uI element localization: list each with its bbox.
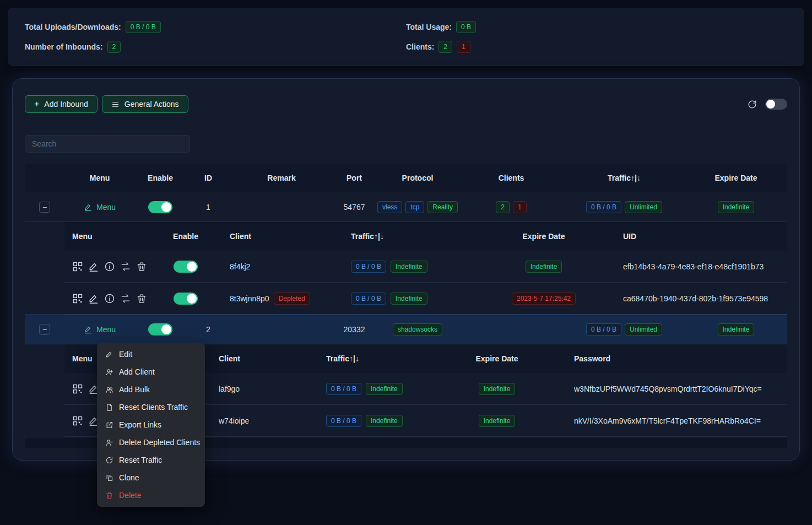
subheader-menu: Menu xyxy=(64,232,158,241)
client-password: w3NfbzUPf5WWd745Q8pvsmQrdrttT2IO6knuI7Di… xyxy=(549,385,787,393)
client-name: 8f4kj2 xyxy=(213,262,329,271)
vless-clients-header: Menu Enable Client Traffic↑|↓ Expire Dat… xyxy=(64,222,787,251)
subheader-client: Client xyxy=(202,354,307,363)
traffic-limit-badge: Unlimited xyxy=(625,323,662,335)
general-actions-button[interactable]: General Actions xyxy=(102,95,188,113)
enable-toggle[interactable] xyxy=(148,201,172,213)
client-password: nkV/I/3XoAm9v6xMT/T5lcrF4TpeTKF98rHARbRo… xyxy=(549,416,787,425)
expire-badge: Indefinite xyxy=(718,323,755,335)
inbound-context-menu: Edit Add Client Add Bulk Reset Clients T… xyxy=(97,343,205,507)
qrcode-icon[interactable] xyxy=(72,415,83,426)
inbound-port: 20332 xyxy=(332,325,376,334)
header-traffic-sort[interactable]: Traffic↑|↓ xyxy=(564,174,685,182)
client-uid: efb14b43-4a79-4e83-ef18-e48cf1901b73 xyxy=(604,262,787,271)
subheader-client: Client xyxy=(213,232,329,241)
protocol-tag: vless xyxy=(377,201,402,213)
users-icon xyxy=(105,386,113,394)
inbounds-table-header: Menu Enable ID Remark Port Protocol Clie… xyxy=(25,164,787,192)
stat-total-usage: Total Usage: 0 B xyxy=(406,21,787,33)
menu-item-reset-clients-traffic[interactable]: Reset Clients Traffic xyxy=(97,398,205,416)
inbound-row-2: − Menu 2 20332 shadowsocks 0 B / 0 B Unl… xyxy=(25,315,787,344)
stat-uploads-label: Total Uploads/Downloads: xyxy=(25,23,121,31)
menu-item-edit[interactable]: Edit xyxy=(97,345,205,363)
clients-depleted-badge: 1 xyxy=(513,201,527,213)
client-traffic-badge: 0 B / 0 B xyxy=(326,383,361,395)
menu-item-add-bulk[interactable]: Add Bulk xyxy=(97,381,205,398)
subheader-uid: UID xyxy=(604,232,787,241)
client-actions xyxy=(64,293,158,304)
enable-toggle[interactable] xyxy=(148,323,172,335)
row-menu-button[interactable]: Menu xyxy=(84,203,116,212)
subheader-traffic-sort[interactable]: Traffic↑|↓ xyxy=(307,354,445,363)
row-menu-button[interactable]: Menu xyxy=(84,325,116,334)
stat-inbounds-value: 2 xyxy=(107,41,121,53)
refresh-icon[interactable] xyxy=(747,99,757,110)
subheader-expire: Expire Date xyxy=(483,232,604,241)
menu-item-reset-traffic[interactable]: Reset Traffic xyxy=(97,451,205,469)
traffic-badge: 0 B / 0 B xyxy=(586,323,621,335)
export-icon xyxy=(105,421,113,429)
menu-item-add-client[interactable]: Add Client xyxy=(97,363,205,381)
header-remark: Remark xyxy=(231,174,332,182)
menu-item-delete[interactable]: Delete xyxy=(97,486,205,504)
collapse-row-button[interactable]: − xyxy=(39,202,50,213)
stat-usage-value: 0 B xyxy=(456,21,476,33)
stat-clients-label: Clients: xyxy=(406,42,434,51)
client-expire-badge: 2023-5-7 17:25:42 xyxy=(512,293,576,305)
depleted-tag: Depleted xyxy=(274,293,310,305)
info-icon[interactable] xyxy=(104,261,115,272)
trash-icon xyxy=(105,491,113,500)
menu-item-delete-depleted-clients[interactable]: Delete Depleted Clients xyxy=(97,434,205,451)
delete-client-icon[interactable] xyxy=(136,293,147,304)
qrcode-icon[interactable] xyxy=(72,261,83,272)
header-expire-date: Expire Date xyxy=(685,174,787,182)
row-menu-label: Menu xyxy=(96,325,116,334)
client-name: 8t3wjnn8p0 xyxy=(230,294,269,303)
edit-client-icon[interactable] xyxy=(88,293,99,304)
toolbar: + Add Inbound General Actions xyxy=(25,95,787,113)
add-inbound-label: Add Inbound xyxy=(44,100,88,109)
header-protocol: Protocol xyxy=(376,174,459,182)
edit-client-icon[interactable] xyxy=(88,261,99,272)
qrcode-icon[interactable] xyxy=(72,383,83,394)
reset-traffic-icon[interactable] xyxy=(120,293,131,304)
client-enable-toggle[interactable] xyxy=(174,261,198,273)
plus-icon: + xyxy=(34,100,39,109)
qrcode-icon[interactable] xyxy=(72,293,83,304)
header-menu: Menu xyxy=(64,174,135,182)
search-input[interactable] xyxy=(25,135,190,153)
info-icon[interactable] xyxy=(104,293,115,304)
edit-icon xyxy=(105,350,113,359)
client-actions xyxy=(64,261,158,272)
stat-inbounds-label: Number of Inbounds: xyxy=(25,42,103,51)
header-id: ID xyxy=(186,174,231,182)
delete-client-icon[interactable] xyxy=(136,261,147,272)
minus-icon: − xyxy=(42,326,47,333)
collapse-row-button[interactable]: − xyxy=(39,324,50,335)
user-delete-icon xyxy=(105,439,113,447)
auto-refresh-toggle[interactable] xyxy=(765,99,787,110)
stat-uploads-value: 0 B / 0 B xyxy=(126,21,161,33)
subheader-expire: Expire Date xyxy=(445,354,549,363)
stat-clients-total: 2 xyxy=(439,41,452,53)
menu-item-clone[interactable]: Clone xyxy=(97,469,205,486)
add-inbound-button[interactable]: + Add Inbound xyxy=(25,95,98,113)
client-traffic-limit-badge: Indefinite xyxy=(391,293,427,305)
subheader-traffic-sort[interactable]: Traffic↑|↓ xyxy=(329,232,483,241)
client-enable-toggle[interactable] xyxy=(174,293,198,305)
client-traffic-badge: 0 B / 0 B xyxy=(326,415,361,427)
user-add-icon xyxy=(105,368,113,376)
stat-clients-depleted: 1 xyxy=(457,41,470,53)
client-row: 8f4kj2 0 B / 0 B Indefinite Indefinite e… xyxy=(64,251,787,283)
stat-clients: Clients: 2 1 xyxy=(406,41,787,53)
subheader-enable: Enable xyxy=(158,232,213,241)
hamburger-icon xyxy=(111,100,120,109)
reset-traffic-icon[interactable] xyxy=(120,261,131,272)
client-uid: ca68470b-1940-437d-802b-1f9573e94598 xyxy=(604,294,787,303)
client-traffic-limit-badge: Indefinite xyxy=(366,415,403,427)
clients-ok-badge: 2 xyxy=(496,201,510,213)
client-row: 8t3wjnn8p0 Depleted 0 B / 0 B Indefinite… xyxy=(64,283,787,315)
menu-item-export-links[interactable]: Export Links xyxy=(97,416,205,434)
vless-clients-table: Menu Enable Client Traffic↑|↓ Expire Dat… xyxy=(64,222,787,315)
traffic-limit-badge: Unlimited xyxy=(625,201,662,213)
